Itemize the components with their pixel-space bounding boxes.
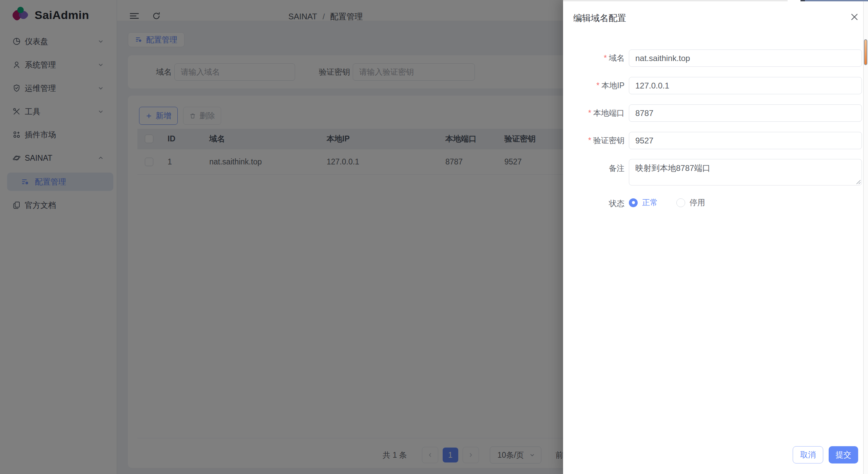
status-option-label: 停用 xyxy=(690,197,705,208)
field-label-key: 验证密钥 xyxy=(567,132,624,149)
window-top-edge xyxy=(563,0,788,1)
window-top-edge xyxy=(801,0,805,1)
form-row-domain: 域名 xyxy=(567,50,862,67)
form-row-remark: 备注 映射到本地8787端口 xyxy=(567,159,862,185)
field-label-local-port: 本地端口 xyxy=(567,104,624,122)
status-radio-disabled[interactable]: 停用 xyxy=(676,197,705,208)
status-radio-group: 正常 停用 xyxy=(629,197,705,208)
edit-domain-drawer: 编辑域名配置 域名 本地IP 本地端口 验证密钥 备注 映射到本地8787端口 xyxy=(563,0,863,474)
window-scrollbar-thumb[interactable] xyxy=(864,39,867,65)
form-row-local-port: 本地端口 xyxy=(567,104,862,122)
window-top-edge xyxy=(788,0,801,1)
submit-button[interactable]: 提交 xyxy=(829,446,858,463)
window-top-edge xyxy=(801,0,868,1)
form-row-key: 验证密钥 xyxy=(567,132,862,149)
field-label-domain: 域名 xyxy=(567,50,624,67)
status-radio-normal[interactable]: 正常 xyxy=(629,197,658,208)
cancel-button[interactable]: 取消 xyxy=(793,446,823,463)
window-scrollbar-track[interactable] xyxy=(863,0,868,474)
drawer-title: 编辑域名配置 xyxy=(573,12,626,24)
remark-textarea[interactable]: 映射到本地8787端口 xyxy=(629,159,862,185)
domain-input[interactable] xyxy=(629,50,862,67)
form-row-local-ip: 本地IP xyxy=(567,77,862,94)
radio-unselected-icon xyxy=(676,198,685,207)
field-label-local-ip: 本地IP xyxy=(567,77,624,94)
radio-selected-icon xyxy=(629,198,638,207)
form-row-status: 状态 xyxy=(567,198,624,209)
local-ip-input[interactable] xyxy=(629,77,862,94)
field-label-status: 状态 xyxy=(567,198,624,209)
close-icon[interactable] xyxy=(849,12,860,22)
key-input[interactable] xyxy=(629,132,862,149)
status-option-label: 正常 xyxy=(642,197,658,208)
field-label-remark: 备注 xyxy=(567,159,624,185)
local-port-input[interactable] xyxy=(629,104,862,122)
